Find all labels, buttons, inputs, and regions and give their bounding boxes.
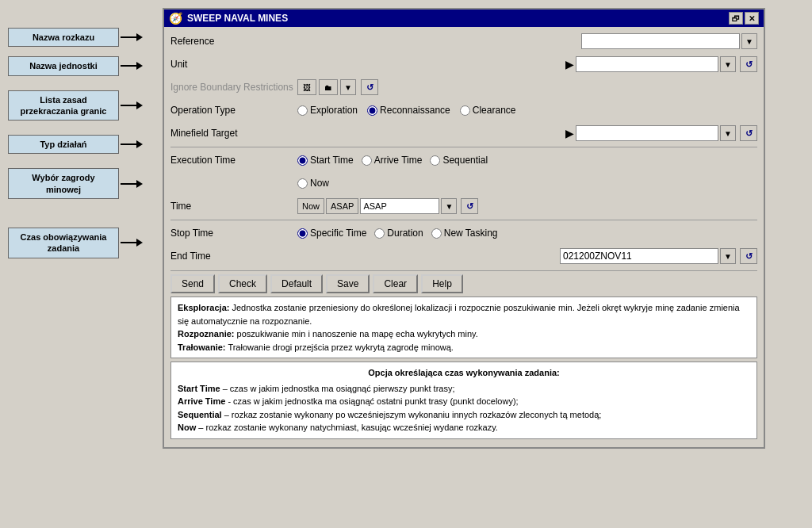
help-button[interactable]: Help [421, 274, 463, 293]
specific-time-label: Specific Time [310, 228, 366, 239]
execution-time-label: Execution Time [170, 155, 297, 166]
arrive-time-option[interactable]: Arrive Time [362, 155, 423, 166]
time-input-area: Now ASAP ▼ ↺ [297, 198, 757, 214]
dialog-box: 🧭 SWEEP NAVAL MINES 🗗 ✕ Reference ▼ [163, 8, 765, 449]
start-time-label: Start Time [310, 155, 354, 166]
unit-reset-button[interactable]: ↺ [740, 56, 757, 72]
default-button[interactable]: Default [270, 274, 323, 293]
minefield-target-input[interactable] [576, 125, 718, 141]
time-reset-button[interactable]: ↺ [461, 198, 478, 214]
end-time-label: End Time [170, 251, 297, 262]
new-tasking-radio[interactable] [431, 228, 442, 239]
ignore-boundary-icon-btn1[interactable]: 🖼 [297, 79, 316, 95]
clearance-radio[interactable] [460, 105, 470, 116]
ignore-boundary-icon-btn2[interactable]: 🖿 [319, 79, 338, 95]
label-typ-dzialan: Typ działań [8, 135, 119, 154]
start-time-option[interactable]: Start Time [297, 155, 354, 166]
duration-radio[interactable] [374, 228, 385, 239]
minefield-target-dropdown[interactable]: ▼ [720, 125, 736, 141]
arrow-shaft5 [121, 183, 136, 185]
title-icon: 🧭 [169, 12, 182, 25]
new-tasking-option[interactable]: New Tasking [431, 228, 498, 239]
send-button[interactable]: Send [170, 274, 215, 293]
arrow-lista-zasad [121, 101, 143, 109]
now-info-label: Now [178, 423, 196, 432]
ignore-boundary-reset[interactable]: ↺ [361, 79, 378, 95]
now-option[interactable]: Now [297, 178, 329, 189]
arrow-shaft [121, 36, 136, 38]
minefield-target-reset[interactable]: ↺ [740, 125, 757, 141]
time-value-input[interactable] [360, 198, 439, 214]
arrive-time-info-label: Arrive Time [178, 396, 225, 406]
time-now-button[interactable]: Now [297, 198, 324, 214]
dialog-title: SWEEP NAVAL MINES [187, 13, 288, 24]
start-time-radio[interactable] [297, 155, 308, 166]
titlebar-buttons: 🗗 ✕ [729, 12, 759, 25]
operation-type-radio-group: Exploration Reconnaissance Clearance [297, 105, 757, 116]
top-section: Nazwa rozkazu Nazwa jednostki Lista zasa… [8, 8, 765, 449]
clear-button[interactable]: Clear [373, 274, 418, 293]
sequential-label: Sequential [442, 155, 488, 166]
arrow-nazwa-rozkazu [121, 33, 143, 41]
eksploracja-label: Eksploracja: [178, 303, 229, 312]
label-wybor-zagrody: Wybór zagrodyminowej [8, 168, 119, 199]
time-asap-button[interactable]: ASAP [326, 198, 358, 214]
rozpoznanie-label: Rozpoznanie: [178, 329, 235, 339]
duration-option[interactable]: Duration [374, 228, 423, 239]
exploration-radio[interactable] [297, 105, 308, 116]
end-time-dropdown[interactable]: ▼ [720, 248, 736, 264]
arrow-typ-dzialan [121, 140, 143, 148]
clearance-option[interactable]: Clearance [460, 105, 516, 116]
unit-label: Unit [170, 59, 297, 70]
end-time-reset[interactable]: ↺ [740, 248, 757, 264]
close-button[interactable]: ✕ [745, 12, 759, 25]
unit-dropdown-button[interactable]: ▼ [720, 56, 736, 72]
operation-type-row: Operation Type Exploration Reconnaissanc… [170, 101, 757, 120]
label-lista-zasad: Lista zasadprzekraczania granic [8, 90, 119, 121]
separator1 [170, 147, 757, 147]
reconnaissance-radio[interactable] [367, 105, 377, 116]
start-time-info-label: Start Time [178, 384, 220, 393]
specific-time-option[interactable]: Specific Time [297, 228, 366, 239]
specific-time-radio[interactable] [297, 228, 308, 239]
clearance-label: Clearance [473, 105, 516, 116]
info-panels: Eksploracja: Jednostka zostanie przenies… [170, 297, 757, 439]
reference-label: Reference [170, 36, 297, 47]
ignore-boundary-dropdown[interactable]: ▼ [340, 79, 356, 95]
restore-button[interactable]: 🗗 [729, 12, 743, 25]
time-label: Time [170, 201, 297, 212]
arrow-head3 [136, 101, 143, 109]
save-button[interactable]: Save [326, 274, 370, 293]
info-panel-2: Opcja określająca czas wykonywania zadan… [170, 362, 757, 439]
label-nazwa-jednostki: Nazwa jednostki [8, 56, 119, 75]
minefield-target-label: Minefield Target [170, 128, 297, 139]
ignore-boundary-controls: 🖼 🖿 ▼ ↺ [297, 79, 378, 95]
titlebar-left: 🧭 SWEEP NAVAL MINES [169, 12, 288, 25]
arrow-head5 [136, 180, 143, 188]
now-radio[interactable] [297, 178, 308, 189]
end-time-input[interactable] [560, 248, 718, 264]
info-panel1-text: Eksploracja: Jednostka zostanie przenies… [178, 301, 750, 354]
reference-dropdown-button[interactable]: ▼ [741, 33, 757, 49]
arrow-head6 [136, 239, 143, 247]
check-button[interactable]: Check [218, 274, 267, 293]
time-dropdown-button[interactable]: ▼ [441, 198, 457, 214]
minefield-cursor-icon: ▶ [565, 127, 574, 140]
reference-input[interactable] [581, 33, 740, 49]
unit-input[interactable] [576, 56, 718, 72]
ignore-boundary-row: Ignore Boundary Restrictions 🖼 🖿 ▼ ↺ [170, 78, 757, 97]
titlebar: 🧭 SWEEP NAVAL MINES 🗗 ✕ [164, 10, 764, 27]
label-group-czas: Czas obowiązywaniazadania [8, 228, 151, 258]
sequential-option[interactable]: Sequential [430, 155, 488, 166]
arrive-time-radio[interactable] [362, 155, 372, 166]
arrow-czas [121, 239, 143, 247]
dialog-body: Reference ▼ Unit ▶ ▼ ↺ [164, 27, 764, 447]
stop-time-row: Stop Time Specific Time Duration New [170, 224, 757, 243]
reconnaissance-option[interactable]: Reconnaissance [367, 105, 450, 116]
exploration-option[interactable]: Exploration [297, 105, 358, 116]
label-group-nazwa-rozkazu: Nazwa rozkazu [8, 28, 151, 47]
sequential-radio[interactable] [430, 155, 440, 166]
now-row: Now [170, 174, 757, 193]
unit-cursor-icon: ▶ [565, 58, 574, 71]
separator2 [170, 220, 757, 220]
